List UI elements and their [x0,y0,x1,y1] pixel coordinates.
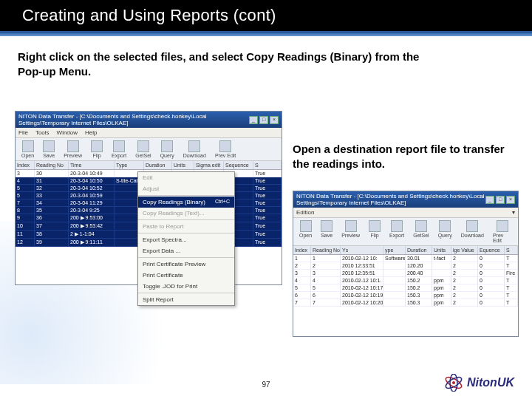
window-title-text: NITON Data Transfer - [C:\Documents and … [296,193,485,206]
tb-export[interactable]: Export [109,140,129,158]
table-row[interactable]: 772010-02-12 10:20150.3ppm20T [293,299,518,307]
tb-flip[interactable]: Flip [366,220,383,243]
table-row[interactable]: 552010-02-12 10:17.5150.2ppm20T [293,284,518,292]
export-icon [391,220,403,232]
col-readingno[interactable]: Reading No [35,161,69,169]
menu-shortcut: Ctrl+C [215,199,230,204]
menu-item[interactable]: Split Report [138,294,234,305]
menu-separator [138,219,234,220]
flip-icon [91,140,103,152]
tb-query[interactable]: Query [157,140,177,158]
open-icon [300,220,312,232]
slide-title-band: Creating and Using Reports (cont) [0,0,532,33]
logo: NitonUK [443,374,514,392]
col-sigma[interactable]: Sigma edit [194,161,224,169]
menu-item[interactable]: Toggle .JOD for Print [138,281,234,292]
app-window-destination: NITON Data Transfer - [C:\Documents and … [293,191,519,337]
tb-open[interactable]: Open [18,140,37,158]
download-icon [188,140,200,152]
menu-window[interactable]: Window [57,129,78,136]
tb-preview[interactable]: Preview [61,140,85,158]
menu-item[interactable]: Export Data ... [138,245,234,256]
minimize-icon[interactable]: _ [485,196,494,204]
menu-item[interactable]: Print Certificate [138,270,234,281]
tb-save[interactable]: Save [318,220,335,243]
tb-save[interactable]: Save [40,140,58,158]
logo-text: NitonUK [467,376,514,389]
col-duration[interactable]: Duration [144,161,172,169]
close-icon[interactable]: × [506,196,515,204]
window-titlebar[interactable]: NITON Data Transfer - [C:\Documents and … [16,112,282,128]
tb-flip[interactable]: Flip [88,140,106,158]
col-units[interactable]: Units [172,161,194,169]
grid-header: Index Reading No Time Type Duration Unit… [16,161,282,170]
slide-title: Creating and Using Reports (cont) [0,6,532,25]
menu-item: Adjust [138,183,234,194]
minimize-icon[interactable]: _ [249,116,258,124]
save-icon [321,220,332,232]
menu-tools[interactable]: Tools [35,129,50,136]
save-icon [43,140,55,152]
col-sigma[interactable]: ige Value [451,246,478,254]
menu-separator [138,293,234,293]
download-icon [466,220,478,232]
tb-query[interactable]: Query [435,220,455,243]
col-sequence[interactable]: Equence [478,246,505,254]
menu-separator [138,195,234,196]
menu-edition[interactable]: Edition [296,209,314,216]
context-menu[interactable]: EditAdjustCopy Readings (Binary)Ctrl+CCo… [137,171,235,306]
maximize-icon[interactable]: □ [259,116,268,124]
prevedit-icon [219,140,231,152]
export-icon [113,140,125,152]
grid-header: Index Reading No Ys ype Duration Units i… [293,246,518,255]
query-icon [161,140,173,152]
tb-getsel[interactable]: GetSel [132,140,154,158]
menu-item[interactable]: Copy Readings (Binary)Ctrl+C [138,197,234,208]
col-readingno[interactable]: Reading No [311,246,341,254]
toolbar: Open Save Preview Flip Export GetSel Que… [293,218,518,246]
maximize-icon[interactable]: □ [496,196,505,204]
col-index[interactable]: Index [16,161,35,169]
col-units[interactable]: Units [432,246,451,254]
atom-icon [443,374,464,392]
instruction-1: Right click on the selected files, and s… [18,50,432,80]
tb-export[interactable]: Export [386,220,407,243]
table-row[interactable]: 222010 12:33:51120.2020T [293,262,518,270]
col-index[interactable]: Index [293,246,311,254]
table-row[interactable]: 442010-02-12 10:1.150.2ppm20T [293,277,518,284]
window-titlebar[interactable]: NITON Data Transfer - [C:\Documents and … [293,191,518,208]
preview-icon [67,140,79,152]
menubar: Edition ▾ [293,208,518,218]
tb-prevedit[interactable]: Prev Edit [490,220,515,243]
tb-prevedit[interactable]: Prev Edit [212,140,239,158]
col-s[interactable]: S [253,161,282,169]
table-row[interactable]: 662010-02-12 10:19.0150.3ppm20T [293,292,518,299]
tb-download[interactable]: Download [180,140,209,158]
toolbar: Open Save Preview Flip Export GetSel Que… [16,138,282,161]
grid-body[interactable]: 112010-02-12 10:Software30.01t-fact20T22… [293,255,518,307]
close-icon[interactable]: × [270,116,279,124]
page-number: 97 [262,381,270,389]
table-row[interactable]: 332010 12:35:51200.4020Fire [293,270,518,277]
col-type[interactable]: Type [115,161,144,169]
open-icon [22,140,34,152]
tb-download[interactable]: Download [458,220,487,243]
menu-help[interactable]: Help [85,129,97,136]
menu-dropdown-arrow[interactable]: ▾ [512,209,515,216]
col-sequence[interactable]: Sequence [224,161,253,169]
col-time[interactable]: Ys [341,246,383,254]
query-icon [439,220,451,232]
menu-item[interactable]: Export Spectra... [138,234,234,245]
menu-item: Edit [138,172,234,183]
tb-getsel[interactable]: GetSel [410,220,432,243]
menu-file[interactable]: File [18,129,28,136]
col-type[interactable]: ype [383,246,406,254]
tb-preview[interactable]: Preview [338,220,363,243]
col-s[interactable]: S [505,246,518,254]
col-duration[interactable]: Duration [406,246,432,254]
menu-item: Paste to Report [138,221,234,232]
table-row[interactable]: 112010-02-12 10:Software30.01t-fact20T [293,255,518,262]
tb-open[interactable]: Open [296,220,315,243]
col-time[interactable]: Time [69,161,115,169]
menu-item[interactable]: Print Certificate Preview [138,259,234,270]
